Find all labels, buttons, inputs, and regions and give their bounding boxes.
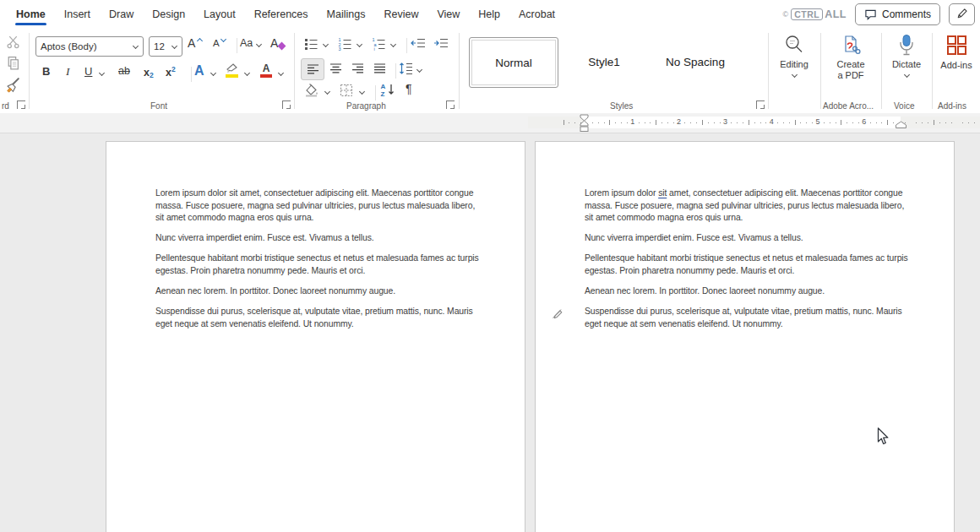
chevron-down-icon[interactable] xyxy=(324,89,330,95)
tab-draw[interactable]: Draw xyxy=(100,2,143,27)
editing-button[interactable]: Editing xyxy=(772,34,816,79)
chevron-down-icon[interactable] xyxy=(356,41,362,48)
format-painter-button[interactable] xyxy=(4,77,22,94)
paragraph[interactable]: Aenean nec lorem. In porttitor. Donec la… xyxy=(155,285,481,298)
separator xyxy=(459,33,460,109)
borders-button[interactable] xyxy=(340,84,353,97)
numbering-button[interactable]: 123 xyxy=(338,37,352,51)
separator xyxy=(375,85,376,100)
align-right-button[interactable] xyxy=(351,62,364,74)
chevron-down-icon[interactable] xyxy=(416,67,422,73)
style-style1[interactable]: Style1 xyxy=(560,37,648,86)
highlighter-icon xyxy=(225,63,239,74)
clipboard-dialog-launcher[interactable] xyxy=(17,100,25,109)
paragraph[interactable]: Lorem ipsum dolor sit amet, consectetuer… xyxy=(585,187,910,225)
chevron-down-icon[interactable] xyxy=(389,41,396,48)
comments-button[interactable]: Comments xyxy=(855,3,940,25)
ruler-band[interactable]: 123456 xyxy=(528,117,980,128)
addins-label: Add-ins xyxy=(940,60,972,71)
chevron-down-icon[interactable] xyxy=(243,70,250,77)
font-color-button[interactable]: A xyxy=(260,63,272,78)
tab-help[interactable]: Help xyxy=(469,2,509,27)
tab-home[interactable]: Home xyxy=(7,2,55,27)
shrink-font-button[interactable]: A xyxy=(213,38,227,48)
style-normal[interactable]: Normal xyxy=(469,37,558,88)
dictate-button[interactable]: Dictate xyxy=(885,34,928,79)
shading-button[interactable] xyxy=(304,84,319,97)
editing-mode-pencil-button[interactable] xyxy=(949,3,975,25)
tab-references[interactable]: References xyxy=(245,2,318,27)
style-no-spacing[interactable]: No Spacing xyxy=(651,37,739,86)
mouse-cursor xyxy=(877,427,890,446)
grow-font-button[interactable]: A xyxy=(188,36,203,50)
chevron-down-icon[interactable] xyxy=(277,70,284,77)
page-2[interactable]: Lorem ipsum dolor sit amet, consectetuer… xyxy=(535,141,955,532)
paragraph[interactable]: Nunc viverra imperdiet enim. Fusce est. … xyxy=(155,232,481,245)
cut-button[interactable] xyxy=(6,35,20,49)
sort-button[interactable]: AZ xyxy=(380,82,396,97)
font-size-select[interactable]: 12 xyxy=(149,36,182,57)
tab-insert[interactable]: Insert xyxy=(55,2,100,27)
chevron-down-icon[interactable] xyxy=(322,41,329,48)
superscript-button[interactable]: x 2 xyxy=(166,65,176,80)
multilevel-list-icon: 1ai xyxy=(372,37,386,51)
change-case-letters: Aa xyxy=(240,37,253,49)
italic-button[interactable]: I xyxy=(66,65,70,79)
format-painter-icon xyxy=(4,77,22,94)
separator xyxy=(932,33,933,109)
subscript-button[interactable]: x 2 xyxy=(144,65,154,79)
tab-mailings[interactable]: Mailings xyxy=(318,2,375,27)
styles-dialog-launcher[interactable] xyxy=(756,100,765,109)
paragraph[interactable]: Pellentesque habitant morbi tristique se… xyxy=(585,252,910,277)
multilevel-list-button[interactable]: 1ai xyxy=(372,37,386,51)
paragraph[interactable]: Nunc viverra imperdiet enim. Fusce est. … xyxy=(585,232,910,245)
paragraph[interactable]: Lorem ipsum dolor sit amet, consectetuer… xyxy=(155,187,481,225)
paragraph[interactable]: Suspendisse dui purus, scelerisque at, v… xyxy=(155,306,481,330)
page-1[interactable]: Lorem ipsum dolor sit amet, consectetuer… xyxy=(106,141,525,532)
tab-acrobat[interactable]: Acrobat xyxy=(509,2,564,27)
increase-indent-button[interactable] xyxy=(433,37,449,51)
separator xyxy=(406,38,407,53)
pencil-icon xyxy=(956,8,968,20)
clear-formatting-button[interactable]: A xyxy=(270,36,285,50)
align-center-button[interactable] xyxy=(329,62,342,74)
line-spacing-button[interactable] xyxy=(399,62,413,75)
tab-layout[interactable]: Layout xyxy=(194,2,245,27)
bold-button[interactable]: B xyxy=(42,65,50,78)
chevron-down-icon[interactable] xyxy=(358,89,365,95)
tab-review[interactable]: Review xyxy=(374,2,427,27)
strikethrough-button[interactable]: ab xyxy=(118,65,130,77)
copyright-icon: © xyxy=(783,10,789,19)
revision-pen-icon[interactable] xyxy=(551,307,564,320)
align-left-icon xyxy=(307,63,319,75)
paragraph[interactable]: Pellentesque habitant morbi tristique se… xyxy=(155,252,481,277)
paragraph-dialog-launcher[interactable] xyxy=(446,100,455,109)
chevron-down-icon[interactable] xyxy=(210,70,216,77)
tab-view[interactable]: View xyxy=(427,2,469,27)
right-indent-marker[interactable] xyxy=(895,121,907,129)
text-effects-button[interactable]: A xyxy=(194,63,204,79)
indent-markers[interactable] xyxy=(577,114,591,133)
chevron-down-icon[interactable] xyxy=(98,70,105,77)
font-name-select[interactable]: Aptos (Body) xyxy=(35,36,144,57)
create-pdf-button[interactable]: Create a PDF xyxy=(825,34,877,81)
change-case-button[interactable]: Aa xyxy=(240,37,262,49)
page-1-content: Lorem ipsum dolor sit amet, consectetuer… xyxy=(106,142,525,330)
ruler: 123456 xyxy=(0,113,980,133)
tab-design[interactable]: Design xyxy=(143,2,194,27)
bullets-button[interactable] xyxy=(304,37,318,51)
caret-up-icon xyxy=(196,36,203,43)
bold-letter: B xyxy=(42,65,50,78)
underline-button[interactable]: U xyxy=(84,65,92,78)
align-left-button[interactable] xyxy=(301,58,324,80)
copy-button[interactable] xyxy=(6,56,20,71)
font-dialog-launcher[interactable] xyxy=(282,100,291,109)
justify-button[interactable] xyxy=(373,62,386,74)
paint-bucket-icon xyxy=(304,84,319,97)
paragraph[interactable]: Suspendisse dui purus, scelerisque at, v… xyxy=(585,306,910,330)
decrease-indent-button[interactable] xyxy=(411,37,426,51)
show-hide-marks-button[interactable]: ¶ xyxy=(406,82,412,95)
addins-button[interactable]: Add-ins xyxy=(934,34,978,71)
highlight-color-button[interactable] xyxy=(225,63,239,78)
paragraph[interactable]: Aenean nec lorem. In porttitor. Donec la… xyxy=(585,285,910,298)
